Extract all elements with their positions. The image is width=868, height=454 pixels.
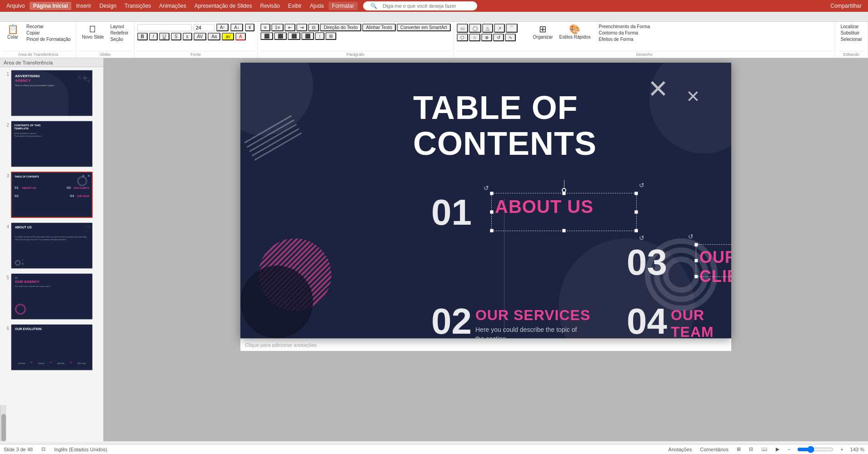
decrease-indent-button[interactable]: ⇤ xyxy=(284,24,295,31)
scroll-thumb[interactable] xyxy=(1,414,6,441)
annotations-button[interactable]: Anotações xyxy=(667,447,693,452)
section-button[interactable]: Seção xyxy=(108,36,131,42)
menu-inserir[interactable]: Inserir xyxy=(72,2,95,10)
shape-3[interactable]: △ xyxy=(482,24,493,33)
menu-revisao[interactable]: Revisão xyxy=(256,2,283,10)
shape-8[interactable]: ⊕ xyxy=(481,34,492,41)
reading-view-button[interactable]: 📖 xyxy=(760,446,769,452)
font-name-input[interactable] xyxy=(137,24,192,31)
zoom-slider[interactable] xyxy=(797,446,833,453)
paste-button[interactable]: 📋 Colar xyxy=(3,24,23,40)
shape-effects-button[interactable]: Efeitos de Forma xyxy=(596,36,653,42)
bullets-button[interactable]: ≡ xyxy=(260,24,270,31)
font-size-input[interactable] xyxy=(194,24,215,31)
slide-preview-5[interactable]: 01 OUR AGENCY You could enter a subtitle… xyxy=(11,273,93,320)
handle-br[interactable] xyxy=(634,229,638,232)
menu-pagina-inicial[interactable]: Página Inicial xyxy=(30,2,72,10)
quick-styles-button[interactable]: 🎨 Estilos Rápidos xyxy=(556,24,593,40)
justify-button[interactable]: ⬛ xyxy=(301,32,314,40)
outline-shape-button[interactable]: Contorno da Forma xyxy=(596,30,653,36)
shape-7[interactable]: ☆ xyxy=(469,34,480,41)
menu-transicoes[interactable]: Transições xyxy=(121,2,155,10)
toc-label-2[interactable]: OUR SERVICES xyxy=(475,307,590,324)
menu-formatar[interactable]: Formatar xyxy=(329,2,358,10)
layout-button[interactable]: Layout xyxy=(108,24,131,30)
presentation-button[interactable]: ▶ xyxy=(774,446,781,452)
fill-shape-button[interactable]: Preenchimento da Forma xyxy=(596,24,653,30)
reset-button[interactable]: Redefinir xyxy=(108,30,131,36)
strikethrough-button[interactable]: S xyxy=(171,33,181,40)
align-text-button[interactable]: Alinhar Texto xyxy=(362,24,396,31)
menu-exibir[interactable]: Exibir xyxy=(284,2,305,10)
shape-5[interactable]: ⌒ xyxy=(506,24,518,33)
menu-arquivo[interactable]: Arquivo xyxy=(3,2,29,10)
new-slide-button[interactable]: 🗌 Novo Slide xyxy=(79,24,106,40)
italic-button[interactable]: I xyxy=(149,33,158,40)
slide-4-close2[interactable]: × xyxy=(21,258,24,262)
slide-list[interactable]: 1 ADVERTISING AGENCY Here is where your … xyxy=(0,67,103,405)
slide-thumb-1[interactable]: 1 ADVERTISING AGENCY Here is where your … xyxy=(2,69,101,117)
share-button[interactable]: Compartilhar xyxy=(827,2,865,10)
shape-4[interactable]: ↗ xyxy=(494,24,505,33)
align-left-button[interactable]: ⬛ xyxy=(260,32,273,40)
slide-thumb-6[interactable]: 6 OUR EVOLUTION JUPITER × VENUS × SATURN… xyxy=(2,323,101,371)
fit-slide-button[interactable]: ⊡ xyxy=(40,446,47,452)
align-right-button[interactable]: ⬛ xyxy=(288,32,300,40)
select-button[interactable]: Selecionar xyxy=(838,36,865,42)
slide-preview-1[interactable]: ADVERTISING AGENCY Here is where your pr… xyxy=(11,70,93,116)
slide-1-close[interactable]: × xyxy=(77,72,82,83)
toc-label-1[interactable]: ABOUT US xyxy=(495,197,594,217)
shape-2[interactable]: ◯ xyxy=(469,24,481,33)
slide-sorter-button[interactable]: ⊟ xyxy=(748,446,754,452)
zoom-out-button[interactable]: − xyxy=(786,447,792,452)
text-direction-button[interactable]: Direção do Texto xyxy=(320,24,361,31)
corner-rotate-tl[interactable]: ↺ xyxy=(484,184,489,192)
highlight-button[interactable]: av xyxy=(222,33,234,40)
toc-item-4[interactable]: 04 OUR TEAM Here you could describe the … xyxy=(627,303,731,338)
font-spacing-button[interactable]: AV xyxy=(194,33,207,40)
slide-preview-6[interactable]: OUR EVOLUTION JUPITER × VENUS × SATURN ×… xyxy=(11,324,93,370)
shape-10[interactable]: ∿ xyxy=(505,34,516,41)
find-button[interactable]: Localizar xyxy=(838,24,865,30)
slide-thumb-5[interactable]: 5 01 OUR AGENCY You could enter a subtit… xyxy=(2,272,101,321)
organizar-button[interactable]: ⊞ Organizar xyxy=(530,24,556,40)
column-break-button[interactable]: ⊞ xyxy=(325,32,336,40)
slide-preview-4[interactable]: ABOUT US It could be the part of the pre… xyxy=(11,222,93,269)
menu-ajuda[interactable]: Ajuda xyxy=(306,2,328,10)
slide-thumb-2[interactable]: 2 CONTENTS OF THIS TEMPLATE A slide temp… xyxy=(2,120,101,168)
corner-rotate-tr[interactable]: ↺ xyxy=(639,182,644,189)
slide-thumb-4[interactable]: 4 ABOUT US It could be the part of the p… xyxy=(2,222,101,270)
slide-thumb-3[interactable]: 3 × × TABLE OF CONTENTS 01 ABOUT US xyxy=(2,171,101,219)
toc-item-3[interactable]: 03 xyxy=(627,244,667,281)
decrease-font-button[interactable]: A↓ xyxy=(230,24,243,31)
align-center-button[interactable]: ⬛ xyxy=(274,32,287,40)
slide-preview-2[interactable]: CONTENTS OF THIS TEMPLATE A slide templa… xyxy=(11,121,93,167)
copy-button[interactable]: Copiar xyxy=(24,30,73,36)
font-case-button[interactable]: Aa xyxy=(208,33,220,40)
ribbon-search-box[interactable]: 🔍 xyxy=(363,1,477,10)
shape-9[interactable]: ↺ xyxy=(493,34,504,41)
toc-item-2[interactable]: 02 OUR SERVICES Here you could describe … xyxy=(431,303,590,338)
handle-bc[interactable] xyxy=(562,229,566,232)
toc-label-4[interactable]: OUR TEAM xyxy=(671,307,731,338)
toc-label-3-container[interactable]: ↺ ↺ ↺ OUR CLIENTS xyxy=(699,248,731,286)
toc-label-3[interactable]: OUR CLIENTS xyxy=(699,248,731,286)
handle-tr[interactable] xyxy=(634,192,638,195)
handle-bl[interactable] xyxy=(490,229,494,232)
comments-button[interactable]: Comentários xyxy=(699,447,730,452)
font-color-button[interactable]: A xyxy=(235,33,246,40)
line-spacing-button[interactable]: ↕ xyxy=(315,32,324,40)
handle-ml[interactable] xyxy=(490,210,494,214)
columns-button[interactable]: ⊟ xyxy=(308,24,319,31)
clear-format-button[interactable]: Ⅱ xyxy=(245,24,254,31)
normal-view-button[interactable]: ⊞ xyxy=(735,446,742,452)
smartart-button[interactable]: Converter em SmartArt xyxy=(397,24,451,31)
handle-tc[interactable] xyxy=(562,192,566,195)
slide-4-close[interactable]: × xyxy=(21,262,24,266)
increase-font-button[interactable]: A↑ xyxy=(216,24,229,31)
scroll-track[interactable] xyxy=(0,405,6,441)
ribbon-search-input[interactable] xyxy=(383,3,474,9)
rotation-handle[interactable] xyxy=(562,180,566,192)
underline-button[interactable]: U xyxy=(159,33,170,40)
cut-button[interactable]: Recortar xyxy=(24,24,73,30)
